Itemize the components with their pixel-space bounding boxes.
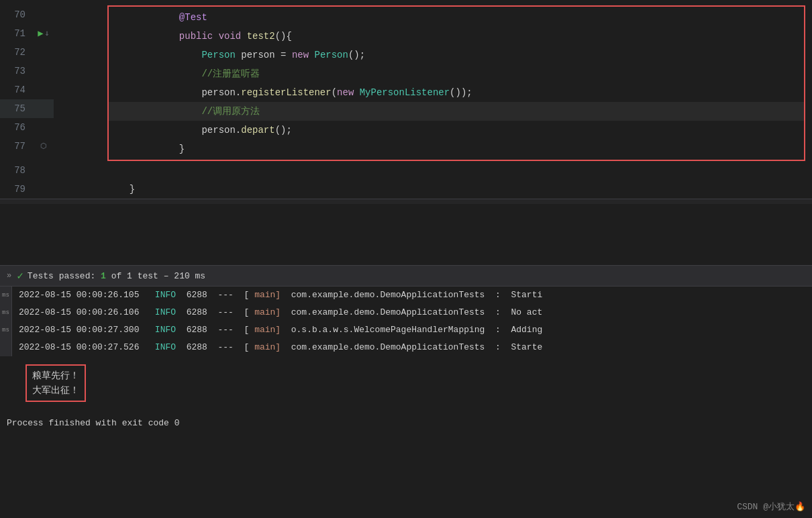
log-message-2: No act bbox=[511, 307, 542, 317]
log-date-3: 2022-08-15 00:00:27.300 bbox=[19, 325, 139, 335]
log-content-4: 2022-08-15 00:00:27.526 INFO 6288 --- [ … bbox=[12, 339, 812, 356]
ms-label-1: ms bbox=[0, 287, 11, 304]
log-line-4: 2022-08-15 00:00:27.526 INFO 6288 --- [ … bbox=[12, 339, 812, 356]
log-class-3: o.s.b.a.w.s.WelcomePageHandlerMapping bbox=[291, 325, 485, 335]
line-76: 76 bbox=[0, 118, 54, 137]
watermark: CSDN @小犹太🔥 bbox=[737, 501, 805, 513]
log-thread-1: main] bbox=[254, 290, 281, 300]
log-level-2: INFO bbox=[155, 307, 176, 317]
output-box: 粮草先行！ 大军出征！ bbox=[26, 364, 86, 402]
duration-text: – 210 ms bbox=[164, 271, 205, 281]
line-71: 71 ▶ ⇓ bbox=[0, 24, 54, 43]
line-77: 77 ⬡ bbox=[0, 137, 54, 156]
line-73: 73 bbox=[0, 62, 54, 81]
status-bar: » ✓ Tests passed: 1 of 1 test – 210 ms bbox=[0, 265, 812, 287]
line-number-73: 73 bbox=[0, 62, 34, 81]
log-colon-2: : bbox=[495, 307, 501, 317]
log-dashes-1: --- bbox=[218, 290, 234, 300]
watermark-container: CSDN @小犹太🔥 bbox=[0, 428, 812, 518]
output-line-2: 大军出征！ bbox=[32, 383, 79, 398]
line-number-72: 72 bbox=[0, 43, 34, 62]
brace-79: } bbox=[130, 184, 135, 195]
output-line-1: 粮草先行！ bbox=[32, 368, 79, 383]
passed-count: 1 bbox=[101, 271, 106, 281]
log-thread-3: main] bbox=[254, 325, 281, 335]
log-line-2: 2022-08-15 00:00:26.106 INFO 6288 --- [ … bbox=[12, 304, 812, 321]
log-class-4: com.example.demo.DemoApplicationTests bbox=[291, 342, 485, 352]
log-content-1: 2022-08-15 00:00:26.105 INFO 6288 --- [ … bbox=[12, 287, 812, 304]
log-pid-3: 6288 bbox=[187, 325, 207, 335]
log-rows-wrapper: ms ms ms 2022-08-15 00:00:26.105 INFO 62… bbox=[0, 287, 812, 356]
log-date-4: 2022-08-15 00:00:27.526 bbox=[19, 342, 139, 352]
log-message-1: Starti bbox=[511, 290, 542, 300]
log-dashes-2: --- bbox=[218, 307, 234, 317]
log-pid-1: 6288 bbox=[187, 290, 207, 300]
log-content-3: 2022-08-15 00:00:27.300 INFO 6288 --- [ … bbox=[12, 321, 812, 339]
line-gutter-71[interactable]: ▶ ⇓ bbox=[34, 24, 54, 43]
log-thread-2: main] bbox=[254, 307, 281, 317]
log-colon-4: : bbox=[495, 342, 501, 352]
log-content-2: 2022-08-15 00:00:26.106 INFO 6288 --- [ … bbox=[12, 304, 812, 321]
process-line: Process finished with exit code 0 bbox=[0, 410, 812, 428]
log-colon-3: : bbox=[495, 325, 501, 335]
horizontal-scrollbar[interactable] bbox=[0, 199, 812, 204]
log-message-3: Adding bbox=[511, 325, 542, 335]
log-class-1: com.example.demo.DemoApplicationTests bbox=[291, 290, 485, 300]
code-container: 70 71 ▶ ⇓ 72 73 bbox=[0, 0, 812, 199]
highlighted-code-block: @Test public void test2(){ Person person… bbox=[107, 5, 805, 161]
line-number-74: 74 bbox=[0, 81, 34, 99]
line-number-78: 78 bbox=[0, 161, 34, 180]
output-section: 粮草先行！ 大军出征！ bbox=[0, 356, 812, 410]
log-level-4: INFO bbox=[155, 342, 176, 352]
log-level-3: INFO bbox=[155, 325, 176, 335]
bookmark-icon-77: ⬡ bbox=[40, 137, 47, 156]
editor-area: 70 71 ▶ ⇓ 72 73 bbox=[0, 0, 812, 265]
log-bracket-3: [ bbox=[244, 325, 250, 335]
log-line-3: 2022-08-15 00:00:27.300 INFO 6288 --- [ … bbox=[12, 321, 812, 339]
code-line-77: } bbox=[109, 140, 804, 158]
run-icon[interactable]: ▶ bbox=[38, 24, 43, 43]
line-number-71: 71 bbox=[0, 24, 34, 43]
bookmark-small: ⇓ bbox=[45, 24, 50, 43]
log-date-2: 2022-08-15 00:00:26.106 bbox=[19, 307, 139, 317]
log-thread-4: main] bbox=[254, 342, 281, 352]
log-area: ms ms ms 2022-08-15 00:00:26.105 INFO 62… bbox=[0, 287, 812, 518]
check-icon: ✓ bbox=[17, 269, 23, 282]
line-78: 78 bbox=[0, 161, 54, 180]
code-content-79: } bbox=[59, 161, 812, 199]
ms-sidebar: ms ms ms bbox=[0, 287, 12, 356]
line-number-79: 79 bbox=[0, 180, 34, 199]
log-message-4: Starte bbox=[511, 342, 542, 352]
log-pid-2: 6288 bbox=[187, 307, 207, 317]
line-70: 70 bbox=[0, 5, 54, 24]
log-dashes-3: --- bbox=[218, 325, 234, 335]
ms-label-2: ms bbox=[0, 304, 11, 321]
log-dashes-4: --- bbox=[218, 342, 234, 352]
line-74: 74 bbox=[0, 81, 54, 99]
tests-passed-label: Tests passed: bbox=[28, 271, 95, 281]
code-line-79-content: } bbox=[59, 180, 812, 199]
ms-label-3: ms bbox=[0, 321, 11, 339]
line-gutter-77: ⬡ bbox=[34, 137, 54, 156]
log-bracket-4: [ bbox=[244, 342, 250, 352]
log-date-1: 2022-08-15 00:00:26.105 bbox=[19, 290, 139, 300]
line-79: 79 bbox=[0, 180, 54, 199]
log-level-1: INFO bbox=[155, 290, 176, 300]
log-content-area: 2022-08-15 00:00:26.105 INFO 6288 --- [ … bbox=[12, 287, 812, 356]
log-bracket-1: [ bbox=[244, 290, 250, 300]
log-pid-4: 6288 bbox=[187, 342, 207, 352]
expand-icon[interactable]: » bbox=[7, 271, 11, 280]
of-text: of 1 test bbox=[111, 271, 158, 281]
line-75: 75 bbox=[0, 99, 54, 118]
line-72: 72 bbox=[0, 43, 54, 62]
log-bracket-2: [ bbox=[244, 307, 250, 317]
line-number-70: 70 bbox=[0, 5, 34, 24]
log-colon-1: : bbox=[495, 290, 501, 300]
line-number-77: 77 bbox=[0, 137, 34, 156]
log-line-1: 2022-08-15 00:00:26.105 INFO 6288 --- [ … bbox=[12, 287, 812, 304]
line-number-75: 75 bbox=[0, 99, 34, 118]
brace-77: } bbox=[179, 144, 185, 154]
log-class-2: com.example.demo.DemoApplicationTests bbox=[291, 307, 485, 317]
status-text: Tests passed: 1 of 1 test – 210 ms bbox=[28, 271, 205, 281]
line-number-76: 76 bbox=[0, 118, 34, 137]
